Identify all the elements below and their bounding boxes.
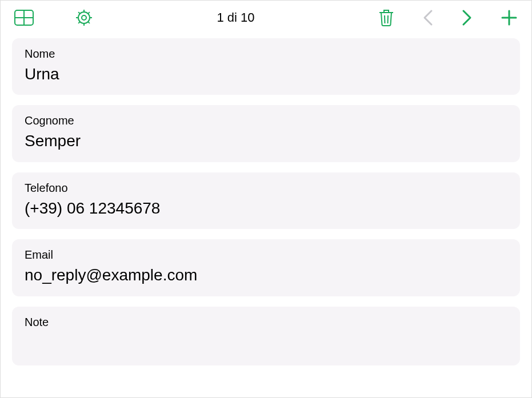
prev-record-button[interactable] — [423, 9, 433, 26]
svg-line-9 — [78, 12, 80, 14]
toolbar-right — [378, 9, 518, 27]
toolbar-left — [14, 9, 93, 27]
field-telefono[interactable]: Telefono (+39) 06 12345678 — [12, 172, 520, 229]
svg-line-13 — [385, 15, 385, 23]
field-label: Note — [25, 316, 507, 329]
svg-line-12 — [88, 12, 90, 14]
field-label: Cognome — [25, 114, 507, 127]
add-record-button[interactable] — [501, 9, 518, 26]
settings-button[interactable] — [75, 9, 93, 27]
svg-point-4 — [82, 15, 86, 20]
field-value[interactable]: Semper — [25, 131, 507, 151]
field-label: Email — [25, 248, 507, 262]
svg-point-3 — [78, 12, 90, 23]
field-value[interactable]: Urna — [25, 64, 507, 85]
field-value[interactable] — [25, 332, 507, 355]
field-note[interactable]: Note — [12, 307, 520, 365]
chevron-right-icon — [462, 9, 472, 26]
plus-icon — [501, 9, 518, 26]
field-label: Nome — [25, 47, 507, 61]
svg-line-10 — [88, 22, 90, 23]
field-value[interactable]: no_reply@example.com — [25, 265, 507, 286]
trash-icon — [378, 9, 394, 27]
field-label: Telefono — [25, 182, 507, 195]
svg-line-14 — [388, 15, 389, 23]
form-content: Nome Urna Cognome Semper Telefono (+39) … — [1, 33, 531, 381]
record-counter: 1 di 10 — [93, 10, 378, 25]
table-icon — [14, 10, 34, 26]
gear-icon — [75, 9, 93, 27]
field-cognome[interactable]: Cognome Semper — [12, 105, 520, 162]
field-email[interactable]: Email no_reply@example.com — [12, 239, 520, 296]
toolbar: 1 di 10 — [1, 1, 531, 33]
svg-line-11 — [78, 22, 80, 23]
table-view-button[interactable] — [14, 10, 34, 26]
chevron-left-icon — [423, 9, 433, 26]
next-record-button[interactable] — [462, 9, 472, 26]
field-nome[interactable]: Nome Urna — [12, 38, 520, 95]
field-value[interactable]: (+39) 06 12345678 — [25, 198, 507, 219]
delete-button[interactable] — [378, 9, 394, 27]
